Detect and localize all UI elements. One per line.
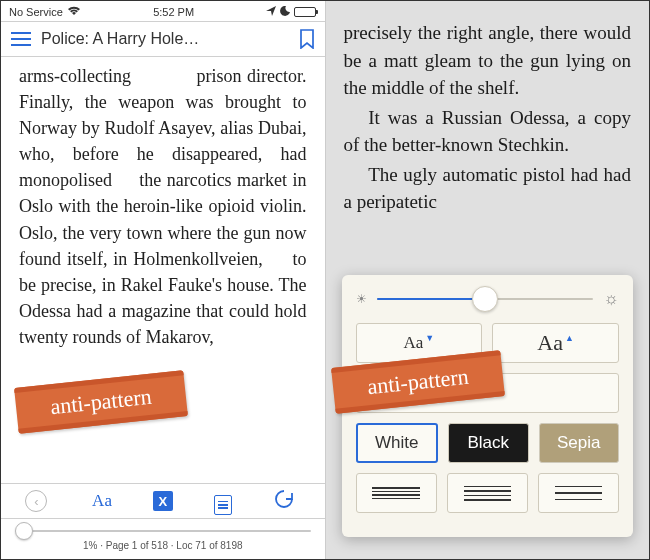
theme-white-button[interactable]: White	[356, 423, 439, 463]
font-size-larger-button[interactable]: Aa▲	[492, 323, 619, 363]
paragraph: The ugly automatic pistol had had a peri…	[344, 161, 632, 216]
brightness-fill	[377, 298, 485, 300]
status-bar: No Service 5:52 PM	[1, 1, 325, 21]
hamburger-icon[interactable]	[11, 32, 31, 46]
progress-label: 1% · Page 1 of 518 · Loc 71 of 8198	[15, 540, 311, 551]
theme-sepia-button[interactable]: Sepia	[539, 423, 620, 463]
line-spacing-tight-button[interactable]	[356, 473, 437, 513]
notes-button[interactable]	[207, 487, 239, 515]
back-button[interactable]: ‹	[25, 490, 57, 512]
brightness-thumb[interactable]	[472, 286, 498, 312]
xray-button[interactable]: X	[147, 491, 179, 512]
page-title: Police: A Harry Hole…	[41, 30, 289, 48]
moon-icon	[280, 6, 290, 18]
location-icon	[266, 6, 276, 18]
lines-normal-icon	[464, 486, 512, 501]
brightness-slider[interactable]	[377, 291, 594, 307]
lines-loose-icon	[555, 486, 603, 501]
line-spacing-loose-button[interactable]	[538, 473, 619, 513]
book-text-left[interactable]: arms-collecting prison director. Finally…	[1, 57, 325, 350]
line-spacing-row	[356, 473, 620, 513]
phone-right: precisely the right angle, there would b…	[326, 1, 650, 559]
clock-label: 5:52 PM	[153, 6, 194, 18]
sync-button[interactable]	[268, 488, 300, 515]
theme-black-button[interactable]: Black	[448, 423, 529, 463]
progress-slider[interactable]	[15, 522, 311, 540]
paragraph: It was a Russian Odessa, a copy of the b…	[344, 104, 632, 159]
paragraph: precisely the right angle, there would b…	[344, 19, 632, 102]
notes-icon	[214, 495, 232, 515]
caret-down-icon: ▼	[425, 333, 434, 343]
brightness-low-icon: ☀	[356, 292, 367, 306]
bookmark-icon[interactable]	[299, 29, 315, 49]
caret-up-icon: ▲	[565, 333, 574, 343]
brightness-row: ☀ ☼	[356, 289, 620, 309]
chevron-left-icon: ‹	[25, 490, 47, 512]
theme-row: White Black Sepia	[356, 423, 620, 463]
line-spacing-normal-button[interactable]	[447, 473, 528, 513]
brightness-high-icon: ☼	[603, 289, 619, 309]
nav-bar: Police: A Harry Hole…	[1, 21, 325, 57]
lines-tight-icon	[372, 487, 420, 499]
progress-thumb[interactable]	[15, 522, 33, 540]
carrier-label: No Service	[9, 6, 63, 18]
font-settings-button[interactable]: Aa	[86, 491, 118, 511]
wifi-icon	[67, 6, 81, 18]
battery-icon	[294, 7, 316, 17]
xray-icon: X	[153, 491, 173, 511]
phone-left: No Service 5:52 PM Police: A Harry Hole……	[1, 1, 325, 559]
progress-bar-row: 1% · Page 1 of 518 · Loc 71 of 8198	[1, 519, 325, 559]
bottom-toolbar: ‹ Aa X	[1, 483, 325, 519]
book-text-right[interactable]: precisely the right angle, there would b…	[326, 1, 650, 218]
